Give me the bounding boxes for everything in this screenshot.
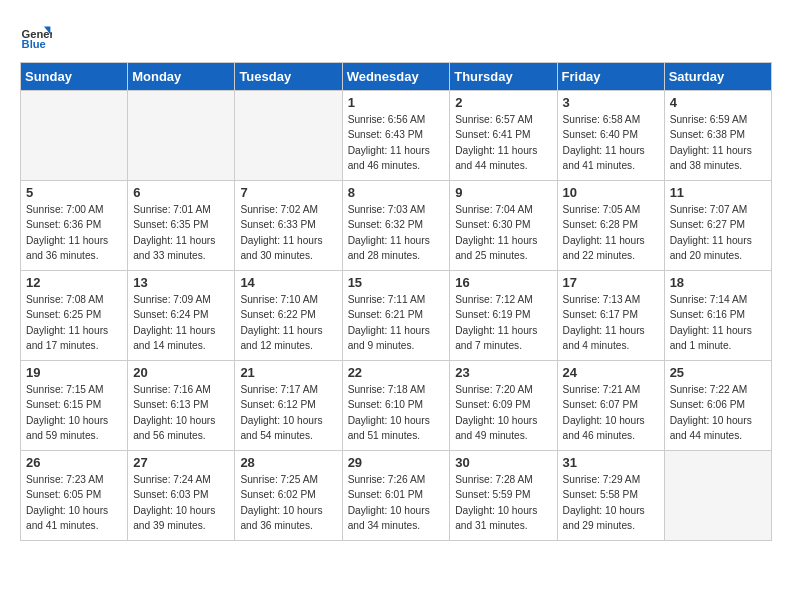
calendar-header-row: SundayMondayTuesdayWednesdayThursdayFrid…: [21, 63, 772, 91]
day-cell-4: 4Sunrise: 6:59 AM Sunset: 6:38 PM Daylig…: [664, 91, 771, 181]
day-number: 27: [133, 455, 229, 470]
day-number: 5: [26, 185, 122, 200]
day-number: 26: [26, 455, 122, 470]
column-header-wednesday: Wednesday: [342, 63, 450, 91]
day-number: 14: [240, 275, 336, 290]
day-cell-21: 21Sunrise: 7:17 AM Sunset: 6:12 PM Dayli…: [235, 361, 342, 451]
day-info: Sunrise: 7:09 AM Sunset: 6:24 PM Dayligh…: [133, 292, 229, 353]
day-number: 22: [348, 365, 445, 380]
day-cell-31: 31Sunrise: 7:29 AM Sunset: 5:58 PM Dayli…: [557, 451, 664, 541]
day-info: Sunrise: 7:04 AM Sunset: 6:30 PM Dayligh…: [455, 202, 551, 263]
column-header-sunday: Sunday: [21, 63, 128, 91]
day-number: 18: [670, 275, 766, 290]
day-cell-11: 11Sunrise: 7:07 AM Sunset: 6:27 PM Dayli…: [664, 181, 771, 271]
day-number: 28: [240, 455, 336, 470]
column-header-monday: Monday: [128, 63, 235, 91]
day-cell-30: 30Sunrise: 7:28 AM Sunset: 5:59 PM Dayli…: [450, 451, 557, 541]
day-info: Sunrise: 6:58 AM Sunset: 6:40 PM Dayligh…: [563, 112, 659, 173]
day-info: Sunrise: 7:18 AM Sunset: 6:10 PM Dayligh…: [348, 382, 445, 443]
logo-icon: General Blue: [20, 20, 52, 52]
day-info: Sunrise: 7:10 AM Sunset: 6:22 PM Dayligh…: [240, 292, 336, 353]
calendar-table: SundayMondayTuesdayWednesdayThursdayFrid…: [20, 62, 772, 541]
day-info: Sunrise: 7:13 AM Sunset: 6:17 PM Dayligh…: [563, 292, 659, 353]
day-info: Sunrise: 7:28 AM Sunset: 5:59 PM Dayligh…: [455, 472, 551, 533]
day-info: Sunrise: 7:14 AM Sunset: 6:16 PM Dayligh…: [670, 292, 766, 353]
day-number: 31: [563, 455, 659, 470]
day-cell-29: 29Sunrise: 7:26 AM Sunset: 6:01 PM Dayli…: [342, 451, 450, 541]
day-cell-22: 22Sunrise: 7:18 AM Sunset: 6:10 PM Dayli…: [342, 361, 450, 451]
day-info: Sunrise: 7:24 AM Sunset: 6:03 PM Dayligh…: [133, 472, 229, 533]
day-cell-14: 14Sunrise: 7:10 AM Sunset: 6:22 PM Dayli…: [235, 271, 342, 361]
day-cell-18: 18Sunrise: 7:14 AM Sunset: 6:16 PM Dayli…: [664, 271, 771, 361]
day-cell-28: 28Sunrise: 7:25 AM Sunset: 6:02 PM Dayli…: [235, 451, 342, 541]
day-number: 16: [455, 275, 551, 290]
column-header-thursday: Thursday: [450, 63, 557, 91]
day-number: 30: [455, 455, 551, 470]
day-info: Sunrise: 6:56 AM Sunset: 6:43 PM Dayligh…: [348, 112, 445, 173]
day-number: 19: [26, 365, 122, 380]
day-cell-26: 26Sunrise: 7:23 AM Sunset: 6:05 PM Dayli…: [21, 451, 128, 541]
day-info: Sunrise: 6:57 AM Sunset: 6:41 PM Dayligh…: [455, 112, 551, 173]
day-cell-27: 27Sunrise: 7:24 AM Sunset: 6:03 PM Dayli…: [128, 451, 235, 541]
day-cell-24: 24Sunrise: 7:21 AM Sunset: 6:07 PM Dayli…: [557, 361, 664, 451]
day-cell-13: 13Sunrise: 7:09 AM Sunset: 6:24 PM Dayli…: [128, 271, 235, 361]
day-cell-10: 10Sunrise: 7:05 AM Sunset: 6:28 PM Dayli…: [557, 181, 664, 271]
day-number: 17: [563, 275, 659, 290]
day-cell-8: 8Sunrise: 7:03 AM Sunset: 6:32 PM Daylig…: [342, 181, 450, 271]
day-cell-20: 20Sunrise: 7:16 AM Sunset: 6:13 PM Dayli…: [128, 361, 235, 451]
calendar-week-2: 5Sunrise: 7:00 AM Sunset: 6:36 PM Daylig…: [21, 181, 772, 271]
column-header-saturday: Saturday: [664, 63, 771, 91]
day-number: 12: [26, 275, 122, 290]
day-info: Sunrise: 7:01 AM Sunset: 6:35 PM Dayligh…: [133, 202, 229, 263]
day-info: Sunrise: 7:23 AM Sunset: 6:05 PM Dayligh…: [26, 472, 122, 533]
day-info: Sunrise: 7:21 AM Sunset: 6:07 PM Dayligh…: [563, 382, 659, 443]
empty-cell: [128, 91, 235, 181]
day-info: Sunrise: 7:08 AM Sunset: 6:25 PM Dayligh…: [26, 292, 122, 353]
day-info: Sunrise: 7:22 AM Sunset: 6:06 PM Dayligh…: [670, 382, 766, 443]
empty-cell: [235, 91, 342, 181]
day-number: 9: [455, 185, 551, 200]
day-number: 13: [133, 275, 229, 290]
day-cell-7: 7Sunrise: 7:02 AM Sunset: 6:33 PM Daylig…: [235, 181, 342, 271]
day-number: 21: [240, 365, 336, 380]
day-info: Sunrise: 7:11 AM Sunset: 6:21 PM Dayligh…: [348, 292, 445, 353]
logo: General Blue: [20, 20, 52, 52]
day-number: 3: [563, 95, 659, 110]
day-info: Sunrise: 7:03 AM Sunset: 6:32 PM Dayligh…: [348, 202, 445, 263]
day-cell-15: 15Sunrise: 7:11 AM Sunset: 6:21 PM Dayli…: [342, 271, 450, 361]
day-info: Sunrise: 7:00 AM Sunset: 6:36 PM Dayligh…: [26, 202, 122, 263]
svg-text:Blue: Blue: [22, 38, 46, 50]
day-info: Sunrise: 7:25 AM Sunset: 6:02 PM Dayligh…: [240, 472, 336, 533]
day-cell-9: 9Sunrise: 7:04 AM Sunset: 6:30 PM Daylig…: [450, 181, 557, 271]
day-info: Sunrise: 7:16 AM Sunset: 6:13 PM Dayligh…: [133, 382, 229, 443]
day-cell-16: 16Sunrise: 7:12 AM Sunset: 6:19 PM Dayli…: [450, 271, 557, 361]
day-info: Sunrise: 7:15 AM Sunset: 6:15 PM Dayligh…: [26, 382, 122, 443]
day-cell-2: 2Sunrise: 6:57 AM Sunset: 6:41 PM Daylig…: [450, 91, 557, 181]
day-info: Sunrise: 7:17 AM Sunset: 6:12 PM Dayligh…: [240, 382, 336, 443]
day-number: 15: [348, 275, 445, 290]
day-cell-12: 12Sunrise: 7:08 AM Sunset: 6:25 PM Dayli…: [21, 271, 128, 361]
calendar-week-5: 26Sunrise: 7:23 AM Sunset: 6:05 PM Dayli…: [21, 451, 772, 541]
day-cell-3: 3Sunrise: 6:58 AM Sunset: 6:40 PM Daylig…: [557, 91, 664, 181]
page-header: General Blue: [20, 20, 772, 52]
column-header-tuesday: Tuesday: [235, 63, 342, 91]
calendar-week-4: 19Sunrise: 7:15 AM Sunset: 6:15 PM Dayli…: [21, 361, 772, 451]
day-number: 24: [563, 365, 659, 380]
day-cell-23: 23Sunrise: 7:20 AM Sunset: 6:09 PM Dayli…: [450, 361, 557, 451]
day-number: 11: [670, 185, 766, 200]
day-info: Sunrise: 6:59 AM Sunset: 6:38 PM Dayligh…: [670, 112, 766, 173]
day-number: 8: [348, 185, 445, 200]
day-info: Sunrise: 7:12 AM Sunset: 6:19 PM Dayligh…: [455, 292, 551, 353]
day-info: Sunrise: 7:20 AM Sunset: 6:09 PM Dayligh…: [455, 382, 551, 443]
day-cell-25: 25Sunrise: 7:22 AM Sunset: 6:06 PM Dayli…: [664, 361, 771, 451]
calendar-week-3: 12Sunrise: 7:08 AM Sunset: 6:25 PM Dayli…: [21, 271, 772, 361]
day-cell-1: 1Sunrise: 6:56 AM Sunset: 6:43 PM Daylig…: [342, 91, 450, 181]
day-number: 10: [563, 185, 659, 200]
day-number: 1: [348, 95, 445, 110]
empty-cell: [664, 451, 771, 541]
calendar-week-1: 1Sunrise: 6:56 AM Sunset: 6:43 PM Daylig…: [21, 91, 772, 181]
day-info: Sunrise: 7:02 AM Sunset: 6:33 PM Dayligh…: [240, 202, 336, 263]
day-number: 4: [670, 95, 766, 110]
day-number: 29: [348, 455, 445, 470]
day-number: 2: [455, 95, 551, 110]
